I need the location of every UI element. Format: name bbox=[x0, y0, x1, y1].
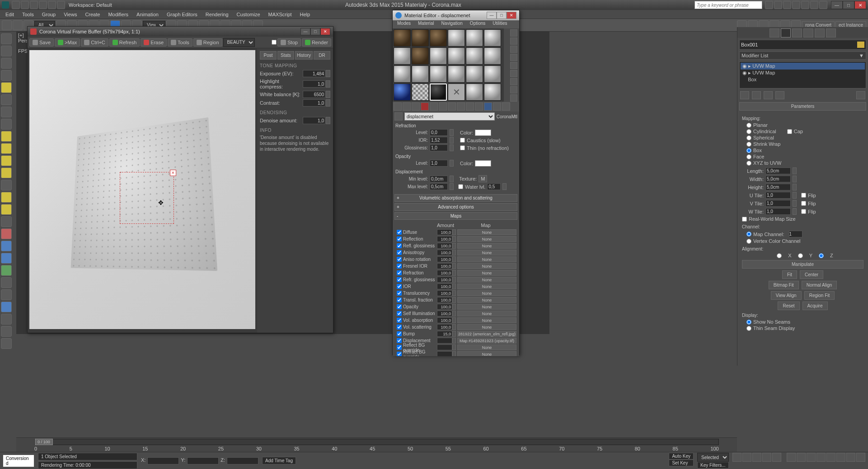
menu-item[interactable]: MAXScript bbox=[265, 11, 296, 18]
map-amount-input[interactable] bbox=[437, 317, 452, 323]
texture-button[interactable]: M bbox=[479, 175, 487, 182]
spinner[interactable] bbox=[793, 184, 797, 190]
realworld-checkbox[interactable] bbox=[742, 217, 747, 222]
material-slot[interactable] bbox=[466, 84, 483, 101]
nav-icon[interactable] bbox=[846, 453, 855, 462]
material-rollouts[interactable]: Refraction Level:Color: IOR:Caustics (sl… bbox=[393, 121, 519, 356]
menu-item[interactable]: Animation bbox=[133, 11, 162, 18]
map-amount-input[interactable] bbox=[437, 304, 452, 310]
refresh-button[interactable]: Refresh bbox=[109, 38, 140, 46]
mapping-planar-radio[interactable] bbox=[746, 123, 751, 128]
tool-icon[interactable] bbox=[1, 216, 12, 227]
object-color-swatch[interactable] bbox=[857, 42, 864, 48]
material-slot[interactable] bbox=[394, 47, 411, 65]
map-amount-input[interactable] bbox=[437, 256, 452, 262]
vtile-input[interactable] bbox=[765, 200, 791, 207]
map-enable-checkbox[interactable] bbox=[397, 277, 402, 282]
motion-tab-icon[interactable] bbox=[803, 28, 813, 37]
thin-checkbox[interactable] bbox=[460, 145, 465, 150]
spinner[interactable] bbox=[793, 192, 797, 199]
next-frame-icon[interactable] bbox=[762, 453, 771, 462]
nav-icon[interactable] bbox=[797, 453, 806, 462]
side-icon[interactable] bbox=[510, 86, 517, 93]
qat-icon[interactable] bbox=[57, 1, 65, 9]
water-input[interactable] bbox=[487, 183, 501, 190]
spinner[interactable] bbox=[452, 297, 456, 303]
refr-level-input[interactable] bbox=[430, 129, 448, 136]
wtile-input[interactable] bbox=[765, 208, 791, 215]
material-slot[interactable] bbox=[430, 65, 447, 83]
material-slot[interactable] bbox=[484, 84, 501, 101]
ior-input[interactable] bbox=[430, 137, 448, 144]
maximize-button[interactable]: □ bbox=[497, 12, 507, 19]
map-amount-input[interactable] bbox=[437, 338, 452, 344]
material-slot[interactable] bbox=[466, 47, 483, 65]
spinner[interactable] bbox=[452, 338, 456, 344]
menu-item[interactable]: Views bbox=[60, 11, 80, 18]
tool-icon[interactable] bbox=[1, 289, 12, 300]
map-amount-input[interactable] bbox=[437, 277, 452, 283]
make-unique-icon[interactable] bbox=[764, 91, 773, 99]
region-close-icon[interactable]: ✕ bbox=[170, 170, 176, 176]
modifier-list-dropdown[interactable]: Modifier List▼ bbox=[739, 51, 866, 60]
map-amount-input[interactable] bbox=[437, 229, 452, 235]
material-slot[interactable] bbox=[466, 29, 483, 46]
rollout-header[interactable]: Volumetric absorption and scattering bbox=[394, 194, 517, 202]
map-amount-input[interactable] bbox=[437, 331, 452, 337]
spinner[interactable] bbox=[450, 183, 454, 190]
tool-icon[interactable] bbox=[1, 180, 12, 190]
remove-mod-icon[interactable] bbox=[775, 91, 784, 99]
spinner[interactable] bbox=[452, 351, 456, 356]
side-icon[interactable] bbox=[510, 70, 517, 77]
spinner[interactable] bbox=[452, 270, 456, 276]
map-amount-input[interactable] bbox=[437, 311, 452, 316]
acquire-button[interactable]: Acquire bbox=[802, 302, 828, 310]
maximize-button[interactable]: □ bbox=[310, 28, 320, 35]
material-slot-selected[interactable] bbox=[430, 84, 447, 101]
highlight-input[interactable] bbox=[303, 80, 325, 88]
tool-icon[interactable] bbox=[1, 302, 12, 312]
tool-icon[interactable] bbox=[1, 94, 12, 105]
stop-button[interactable]: Stop bbox=[277, 38, 301, 46]
spinner[interactable] bbox=[793, 167, 797, 174]
uflip-checkbox[interactable] bbox=[801, 193, 806, 198]
tool-icon[interactable] bbox=[1, 204, 12, 215]
add-time-tag[interactable]: Add Time Tag bbox=[262, 457, 296, 464]
tool-icon[interactable] bbox=[1, 70, 12, 81]
map-slot-button[interactable]: None bbox=[457, 270, 516, 276]
tool-icon[interactable] bbox=[1, 33, 12, 44]
map-enable-checkbox[interactable] bbox=[397, 237, 402, 241]
toolbar-icon[interactable] bbox=[448, 102, 456, 111]
title-icon[interactable] bbox=[765, 1, 773, 9]
menu-item[interactable]: Navigation bbox=[439, 20, 465, 28]
tool-icon[interactable] bbox=[1, 326, 12, 337]
tool-icon[interactable] bbox=[1, 167, 12, 178]
map-slot-button[interactable]: None bbox=[457, 344, 516, 350]
spinner[interactable] bbox=[452, 304, 456, 310]
contrast-input[interactable] bbox=[303, 99, 325, 107]
window-titlebar[interactable]: Material Editor - displacmenet — □ ✕ bbox=[393, 10, 519, 20]
side-icon[interactable] bbox=[510, 37, 517, 45]
autokey-button[interactable]: Auto Key bbox=[669, 453, 694, 460]
height-input[interactable] bbox=[765, 184, 791, 190]
title-icon[interactable] bbox=[783, 1, 791, 9]
menu-item[interactable]: Graph Editors bbox=[163, 11, 201, 18]
map-slot-button[interactable]: None bbox=[457, 277, 516, 283]
maximize-button[interactable]: □ bbox=[843, 1, 854, 9]
map-enable-checkbox[interactable] bbox=[397, 325, 402, 330]
map-amount-input[interactable] bbox=[437, 283, 452, 289]
map-slot-button[interactable]: None bbox=[457, 304, 516, 310]
spinner[interactable] bbox=[450, 160, 454, 167]
tool-icon[interactable] bbox=[1, 58, 12, 69]
tab-dr[interactable]: DR bbox=[314, 51, 330, 60]
window-titlebar[interactable]: Corona Virtual Frame Buffer (579x794px, … bbox=[28, 27, 333, 37]
side-icon[interactable] bbox=[510, 29, 517, 37]
spinner[interactable] bbox=[452, 324, 456, 330]
modify-tab-icon[interactable] bbox=[781, 28, 791, 37]
thinseam-radio[interactable] bbox=[746, 326, 751, 331]
z-input[interactable] bbox=[227, 457, 258, 464]
material-name-dropdown[interactable]: displacmenet bbox=[404, 112, 495, 121]
map-amount-input[interactable] bbox=[437, 351, 452, 356]
y-input[interactable] bbox=[187, 457, 219, 464]
spinner[interactable] bbox=[452, 331, 456, 337]
